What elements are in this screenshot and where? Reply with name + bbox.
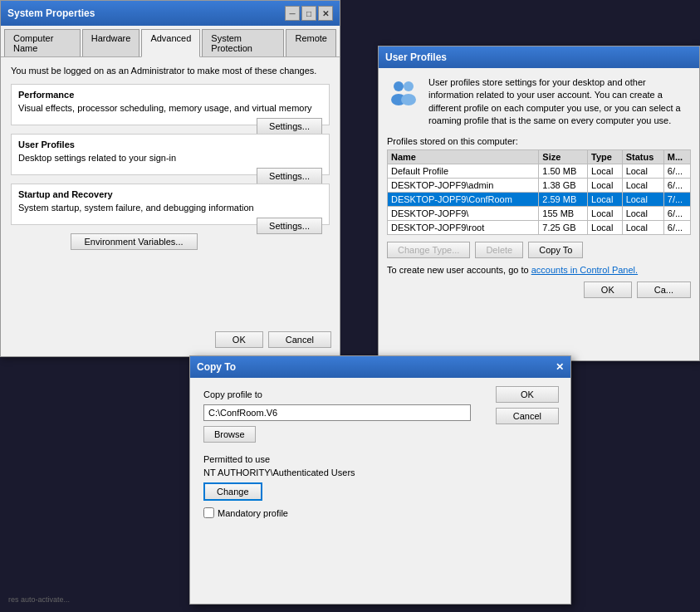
system-properties-titlebar: System Properties ─ □ ✕ (1, 1, 340, 26)
startup-recovery-label: Startup and Recovery (18, 189, 322, 199)
sys-props-ok-cancel: OK Cancel (207, 326, 340, 353)
startup-recovery-section: Startup and Recovery System startup, sys… (11, 184, 330, 225)
tab-remote[interactable]: Remote (286, 29, 336, 56)
performance-section: Performance Visual effects, processor sc… (11, 84, 330, 125)
performance-settings-button[interactable]: Settings... (257, 118, 322, 135)
table-cell-status: Local (622, 192, 663, 206)
window-controls: ─ □ ✕ (285, 6, 333, 21)
tab-hardware[interactable]: Hardware (82, 29, 140, 56)
table-row[interactable]: DESKTOP-JOPF9\admin1.38 GBLocalLocal6/..… (388, 178, 691, 192)
profile-info-row: User profiles store settings for your de… (387, 76, 691, 128)
col-type: Type (588, 149, 623, 164)
copy-to-body: Copy profile to Browse Permitted to use … (190, 378, 484, 530)
table-row[interactable]: DESKTOP-JOPF9\ConfRoom2.59 MBLocalLocal7… (388, 192, 691, 206)
minimize-button[interactable]: ─ (285, 6, 300, 21)
col-mod: M... (663, 149, 690, 164)
table-cell-name: DESKTOP-JOPF9\root (388, 220, 539, 234)
sys-props-ok-button[interactable]: OK (215, 331, 263, 348)
tab-computer-name[interactable]: Computer Name (4, 29, 81, 56)
profile-description: User profiles store settings for your de… (428, 76, 691, 128)
user-profiles-panel: User Profiles User profiles store settin… (378, 46, 700, 361)
table-cell-type: Local (588, 164, 623, 178)
user-profiles-cancel-button[interactable]: Ca... (637, 282, 691, 298)
account-link-prefix: To create new user accounts, go to (387, 265, 529, 275)
table-cell-type: Local (588, 192, 623, 206)
tab-advanced[interactable]: Advanced (141, 29, 200, 57)
svg-point-0 (394, 81, 404, 91)
maximize-button[interactable]: □ (301, 6, 316, 21)
delete-button[interactable]: Delete (475, 242, 523, 258)
browse-button[interactable]: Browse (203, 426, 256, 443)
change-button[interactable]: Change (203, 482, 262, 501)
user-profiles-settings-button[interactable]: Settings... (257, 168, 322, 184)
permitted-label: Permitted to use (203, 454, 471, 464)
table-cell-type: Local (588, 206, 623, 220)
table-row[interactable]: Default Profile1.50 MBLocalLocal6/... (388, 164, 691, 178)
table-cell-name: DESKTOP-JOPF9\ (388, 206, 539, 220)
table-cell-name: DESKTOP-JOPF9\ConfRoom (388, 192, 539, 206)
startup-recovery-desc: System startup, system failure, and debu… (18, 203, 322, 213)
table-cell-size: 1.38 GB (539, 178, 588, 192)
table-cell-type: Local (588, 220, 623, 234)
svg-point-2 (404, 81, 414, 91)
table-cell-status: Local (622, 164, 663, 178)
table-row[interactable]: DESKTOP-JOPF9\root7.25 GBLocalLocal6/... (388, 220, 691, 234)
table-cell-mod: 6/... (663, 164, 690, 178)
copy-to-titlebar: Copy To ✕ (190, 356, 570, 378)
admin-notice: You must be logged on as an Administrato… (11, 66, 330, 76)
table-cell-name: DESKTOP-JOPF9\admin (388, 178, 539, 192)
mandatory-profile-checkbox[interactable] (203, 507, 214, 518)
env-btn-row: Environment Variables... (11, 233, 330, 250)
profiles-stored-label: Profiles stored on this computer: (387, 136, 691, 146)
copy-profile-input[interactable] (203, 404, 471, 421)
copy-to-title: Copy To (197, 361, 236, 373)
permitted-section: Permitted to use NT AUTHORITY\Authentica… (203, 454, 471, 518)
user-profiles-ok-button[interactable]: OK (584, 282, 632, 298)
table-cell-mod: 6/... (663, 220, 690, 234)
environment-variables-button[interactable]: Environment Variables... (71, 233, 198, 250)
user-profiles-label: User Profiles (18, 140, 322, 149)
system-properties-title: System Properties (7, 7, 95, 19)
table-cell-status: Local (622, 206, 663, 220)
user-profiles-desc: Desktop settings related to your sign-in (18, 153, 322, 163)
advanced-tab-content: You must be logged on as an Administrato… (1, 57, 340, 258)
table-cell-status: Local (622, 178, 663, 192)
table-cell-mod: 6/... (663, 178, 690, 192)
permitted-value: NT AUTHORITY\Authenticated Users (203, 468, 471, 477)
table-row[interactable]: DESKTOP-JOPF9\155 MBLocalLocal6/... (388, 206, 691, 220)
taskbar-info: res auto-activate... (8, 595, 70, 604)
mandatory-profile-label: Mandatory profile (218, 508, 288, 518)
table-cell-status: Local (622, 220, 663, 234)
table-cell-mod: 7/... (663, 192, 690, 206)
col-status: Status (622, 149, 663, 164)
col-name: Name (388, 149, 539, 164)
user-profiles-titlebar: User Profiles (379, 47, 699, 68)
close-button[interactable]: ✕ (318, 6, 333, 21)
table-cell-type: Local (588, 178, 623, 192)
change-type-button[interactable]: Change Type... (387, 242, 470, 258)
copy-to-ok-button[interactable]: OK (496, 386, 559, 403)
tab-system-protection[interactable]: System Protection (202, 29, 284, 56)
account-link[interactable]: accounts in Control Panel. (531, 265, 638, 275)
profiles-table: Name Size Type Status M... Default Profi… (387, 149, 691, 235)
copy-to-cancel-button[interactable]: Cancel (496, 408, 559, 424)
performance-desc: Visual effects, processor scheduling, me… (18, 103, 322, 113)
copy-to-ok-cancel: OK Cancel (484, 378, 570, 530)
copy-to-close-button[interactable]: ✕ (556, 361, 564, 373)
account-link-row: To create new user accounts, go to accou… (387, 265, 691, 275)
table-cell-size: 2.59 MB (539, 192, 588, 206)
table-cell-name: Default Profile (388, 164, 539, 178)
profile-icon (387, 76, 420, 110)
sys-props-cancel-button[interactable]: Cancel (268, 331, 331, 348)
col-size: Size (539, 149, 588, 164)
performance-label: Performance (18, 90, 322, 100)
copy-to-dialog: Copy To ✕ Copy profile to Browse Permitt… (189, 355, 571, 605)
copy-to-button[interactable]: Copy To (528, 242, 583, 258)
copy-to-content: Copy profile to Browse Permitted to use … (190, 378, 570, 530)
copy-profile-input-row (203, 404, 471, 421)
user-profiles-title: User Profiles (385, 51, 447, 63)
table-cell-size: 155 MB (539, 206, 588, 220)
mandatory-row: Mandatory profile (203, 507, 471, 518)
user-profiles-section: User Profiles Desktop settings related t… (11, 134, 330, 175)
startup-recovery-settings-button[interactable]: Settings... (257, 218, 322, 234)
